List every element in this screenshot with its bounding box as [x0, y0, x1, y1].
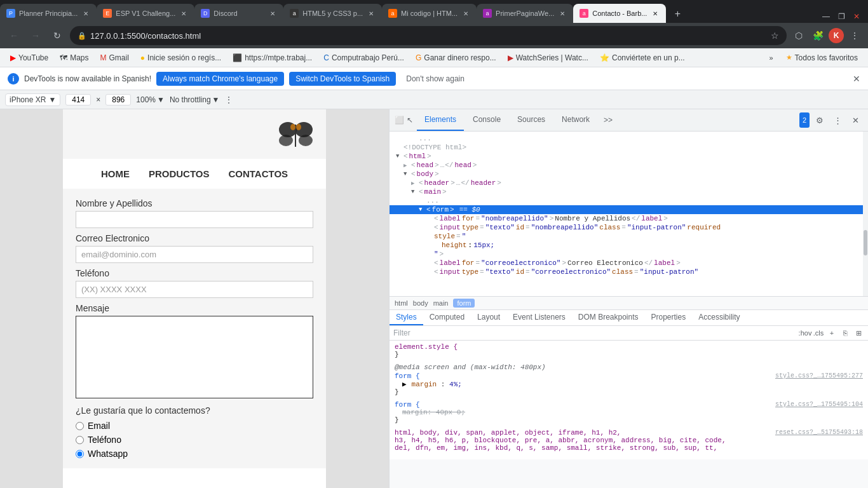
- toggle-print-styles-icon[interactable]: ⊞: [853, 327, 864, 339]
- dom-line-input-email[interactable]: <input type="texto" id="correoelectronic…: [390, 268, 868, 276]
- styles-tab-accessibility[interactable]: Accessibility: [692, 310, 746, 325]
- minimize-button[interactable]: —: [820, 10, 832, 23]
- tab-console[interactable]: Console: [465, 109, 508, 131]
- dom-line-form[interactable]: ▼ <form> == $0: [390, 205, 868, 214]
- tab-sources[interactable]: Sources: [510, 109, 553, 131]
- dom-line-style-close[interactable]: ">: [390, 250, 868, 259]
- tab-micodigo[interactable]: a Mi codigo | HTM... ✕: [382, 4, 477, 23]
- cast-icon[interactable]: ⬡: [790, 27, 807, 44]
- tab-elements[interactable]: Elements: [417, 109, 464, 131]
- inspect-icon[interactable]: ↖: [407, 116, 413, 125]
- menu-icon[interactable]: ⋮: [846, 27, 863, 44]
- css-prop-margin1[interactable]: margin: [412, 381, 437, 388]
- tab-more-button[interactable]: >>: [599, 116, 618, 125]
- more-options-icon[interactable]: ⋮: [224, 95, 233, 105]
- nav-productos[interactable]: PRODUCTOS: [149, 168, 210, 179]
- bookmark-youtube[interactable]: ▶ YouTube: [5, 52, 53, 64]
- tab-planner[interactable]: P Planner Principia... ✕: [0, 4, 97, 23]
- triangle-main-icon[interactable]: ▼: [411, 189, 417, 195]
- new-tab-button[interactable]: +: [668, 5, 686, 23]
- tab-close-contacto[interactable]: ✕: [651, 9, 660, 18]
- styles-tab-event-listeners[interactable]: Event Listeners: [506, 310, 572, 325]
- class-toggle-button[interactable]: .cls: [813, 327, 824, 339]
- styles-tab-styles[interactable]: Styles: [390, 310, 423, 325]
- always-match-language-button[interactable]: Always match Chrome's language: [156, 72, 284, 86]
- bookmark-gmail[interactable]: M Gmail: [95, 52, 134, 64]
- css-val-margin1[interactable]: 4%;: [449, 381, 462, 388]
- dom-line-body[interactable]: ▼ <body>: [390, 170, 868, 179]
- extensions-icon[interactable]: 🧩: [810, 27, 826, 44]
- breadcrumb-main[interactable]: main: [433, 299, 449, 307]
- pseudo-states-button[interactable]: :hov: [799, 327, 811, 339]
- width-input[interactable]: [65, 94, 91, 105]
- filter-input[interactable]: [393, 329, 797, 337]
- tab-close-html5[interactable]: ✕: [367, 9, 376, 18]
- dom-line-height[interactable]: height: 15px;: [390, 241, 868, 250]
- css-source-link2[interactable]: style.css?_…1755495:104: [775, 401, 863, 408]
- tab-close-planner[interactable]: ✕: [81, 9, 90, 18]
- css-source-link3[interactable]: reset.css?_…51755493:18: [775, 429, 863, 436]
- bookmarks-more-button[interactable]: »: [765, 53, 776, 63]
- css-source-link1[interactable]: style.css?_…1755495:277: [775, 372, 863, 379]
- dom-tree-scrollbar[interactable]: [863, 132, 868, 296]
- css-prop-margin2-strikethrough[interactable]: margin: 40px 0;: [402, 409, 465, 416]
- radio-whatsapp[interactable]: [76, 450, 84, 458]
- radio-phone[interactable]: [76, 436, 84, 444]
- dom-line-label-name[interactable]: <label for="nombreapellido" > Nombre y A…: [390, 214, 868, 223]
- dom-line-style-open[interactable]: style=": [390, 232, 868, 241]
- dom-line-html[interactable]: ▼ <html>: [390, 152, 868, 161]
- name-input[interactable]: [76, 211, 313, 228]
- tab-html5[interactable]: a HTML5 y CSS3 p... ✕: [283, 4, 382, 23]
- tab-esp[interactable]: E ESP V1 Challeng... ✕: [97, 4, 194, 23]
- dom-line-main[interactable]: ▼ <main>: [390, 187, 868, 196]
- breadcrumb-html[interactable]: html: [395, 299, 408, 307]
- copy-styles-icon[interactable]: ⎘: [839, 327, 851, 339]
- tab-discord[interactable]: D Discord ✕: [194, 4, 283, 23]
- styles-tab-layout[interactable]: Layout: [471, 310, 506, 325]
- device-selector[interactable]: iPhone XR ▼: [5, 93, 60, 106]
- tab-close-micodigo[interactable]: ✕: [461, 9, 470, 18]
- switch-devtools-spanish-button[interactable]: Switch DevTools to Spanish: [289, 72, 396, 86]
- bookmark-inicie[interactable]: ● Inicie sesión o regís...: [135, 52, 226, 64]
- devtools-settings-icon[interactable]: ⚙: [812, 112, 827, 128]
- dom-line-label-email[interactable]: <label for="correoelectronico" > Correo …: [390, 259, 868, 268]
- dom-line-input-name[interactable]: <input type="texto" id="nombreapellido" …: [390, 223, 868, 232]
- forward-button[interactable]: →: [27, 27, 44, 44]
- nav-contactos[interactable]: CONTACTOS: [228, 168, 288, 179]
- dom-line-dots-above[interactable]: ...: [390, 134, 868, 143]
- dom-line-dots[interactable]: ...: [390, 196, 868, 205]
- triangle-head-icon[interactable]: ▶: [403, 162, 410, 169]
- triangle-header-icon[interactable]: ▶: [411, 180, 417, 187]
- tab-network[interactable]: Network: [554, 109, 597, 131]
- bookmark-mtpe[interactable]: ⬛ https://mtpe.trabaj...: [227, 52, 317, 64]
- bookmark-all-label[interactable]: ★ Todos los favoritos: [781, 52, 863, 64]
- back-button[interactable]: ←: [5, 27, 23, 44]
- devtools-close-icon[interactable]: ✕: [848, 112, 863, 128]
- dom-line-header[interactable]: ▶ <header> … </header>: [390, 179, 868, 187]
- bookmark-conviertete[interactable]: ⭐ Conviértete en un p...: [595, 52, 690, 64]
- triangle-body-icon[interactable]: ▼: [403, 171, 410, 177]
- email-input[interactable]: [76, 246, 313, 263]
- profile-icon[interactable]: K: [829, 28, 844, 43]
- url-bar[interactable]: 🔒 127.0.0.1:5500/contactos.html ☆: [70, 26, 787, 45]
- styles-tab-computed[interactable]: Computed: [423, 310, 471, 325]
- throttle-selector[interactable]: No throttling ▼: [170, 95, 220, 104]
- reload-button[interactable]: ↻: [48, 27, 66, 44]
- devtools-more-icon[interactable]: ⋮: [830, 112, 845, 128]
- nav-home[interactable]: HOME: [101, 168, 130, 179]
- triangle-form-icon[interactable]: ▼: [419, 207, 425, 213]
- tab-contacto[interactable]: a Contacto - Barb... ✕: [573, 4, 666, 23]
- bookmark-computrabajo[interactable]: C Computrabajo Perú...: [318, 52, 409, 64]
- tab-primerpagina[interactable]: a PrimerPaginaWe... ✕: [477, 4, 573, 23]
- bookmark-maps[interactable]: 🗺 Maps: [55, 52, 93, 64]
- triangle-html-icon[interactable]: ▼: [396, 153, 402, 159]
- notification-close-button[interactable]: ✕: [850, 72, 863, 85]
- styles-tab-dom-breakpoints[interactable]: DOM Breakpoints: [572, 310, 645, 325]
- tab-close-esp[interactable]: ✕: [179, 9, 188, 18]
- breadcrumb-body[interactable]: body: [413, 299, 428, 307]
- dom-line-head[interactable]: ▶ <head> … </head>: [390, 161, 868, 170]
- styles-tab-properties[interactable]: Properties: [645, 310, 693, 325]
- dont-show-again-button[interactable]: Don't show again: [401, 72, 470, 86]
- tab-close-discord[interactable]: ✕: [268, 9, 277, 18]
- close-button[interactable]: ✕: [850, 10, 863, 23]
